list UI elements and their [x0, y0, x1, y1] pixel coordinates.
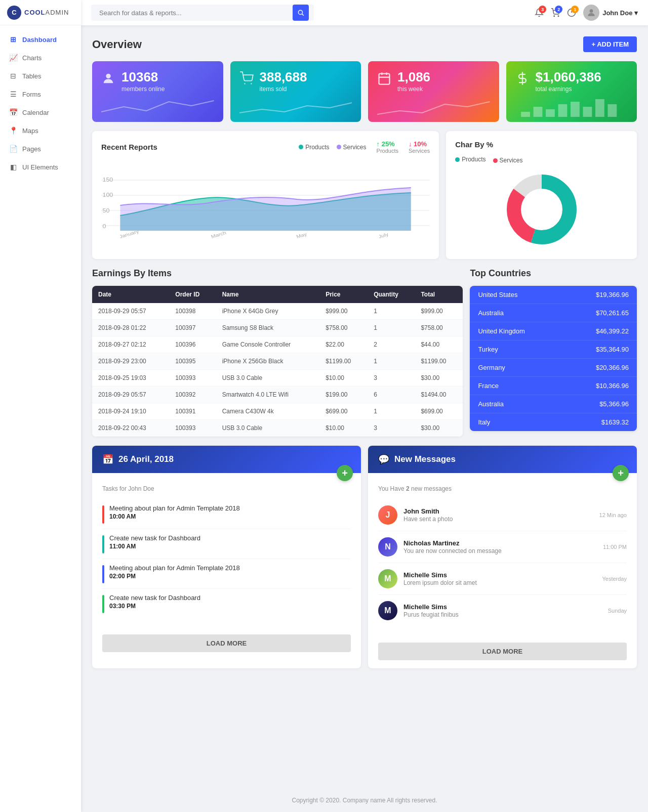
cell-total: $30.00 [415, 370, 463, 387]
bottom-row: 📅 26 April, 2018 + Tasks for John Doe Me… [92, 446, 637, 668]
sidebar-item-calendar[interactable]: 📅 Calendar [0, 103, 81, 121]
earnings-title: Earnings By Items [92, 268, 463, 279]
stat-card-members: 10368 members online [92, 61, 223, 122]
message-time: Yesterday [602, 576, 627, 582]
add-item-button[interactable]: + ADD ITEM [583, 36, 637, 52]
avatar-image [583, 5, 599, 21]
col-orderid: Order ID [169, 286, 216, 303]
products-stat-label: Products [377, 148, 398, 154]
cell-orderid: 100392 [169, 387, 216, 403]
country-name: United States [478, 291, 517, 298]
stat-label-items: items sold [260, 86, 307, 93]
cart-icon[interactable]: 2 [551, 8, 560, 17]
calendar-fab[interactable]: + [337, 465, 353, 481]
sidebar-item-dashboard[interactable]: ⊞ Dashboard [0, 30, 81, 49]
cell-price: $1199.00 [319, 353, 368, 370]
ui-elements-icon: ◧ [9, 163, 17, 171]
sidebar-item-forms[interactable]: ☰ Forms [0, 85, 81, 103]
message-time: Sunday [608, 608, 627, 614]
cell-date: 2018-09-29 05:57 [92, 303, 169, 320]
stat-cards: 10368 members online 388,68 [92, 61, 637, 122]
cell-name: Game Console Controller [216, 336, 319, 353]
top-countries-section: Top Countries United States $19,366.96Au… [470, 268, 637, 437]
svg-rect-18 [546, 109, 555, 117]
sidebar-item-charts[interactable]: 📈 Charts [0, 49, 81, 67]
dashboard-icon: ⊞ [9, 35, 17, 44]
sidebar-item-maps[interactable]: 📍 Maps [0, 121, 81, 140]
svg-text:July: July [378, 232, 390, 239]
cell-date: 2018-09-22 00:43 [92, 420, 169, 437]
task-info: Meeting about plan for Admin Template 20… [109, 564, 240, 580]
cell-qty: 1 [368, 303, 415, 320]
cell-qty: 2 [368, 336, 415, 353]
cell-qty: 1 [368, 320, 415, 336]
earnings-row: Earnings By Items Date Order ID Name Pri… [92, 268, 637, 437]
svg-rect-22 [595, 99, 604, 117]
task-item: Meeting about plan for Admin Template 20… [102, 559, 351, 589]
message-item[interactable]: N Nicholas Martinez You are now connecte… [378, 531, 627, 563]
message-item[interactable]: M Michelle Sims Lorem ipsum dolor sit am… [378, 563, 627, 595]
calendar-load-more[interactable]: LOAD MORE [102, 634, 351, 652]
earnings-table: Date Order ID Name Price Quantity Total … [92, 286, 463, 437]
logo: C COOLADMIN [0, 0, 81, 25]
user-avatar[interactable]: John Doe ▾ [583, 5, 638, 21]
cart-stat-icon [239, 71, 254, 89]
stat-chart-members [101, 97, 214, 117]
cell-date: 2018-09-29 05:57 [92, 387, 169, 403]
task-item: Create new task for Dashboard 03:30 PM [102, 589, 351, 618]
message-time: 12 Min ago [599, 512, 627, 518]
stat-chart-items [239, 97, 352, 117]
sidebar-item-tables[interactable]: ⊟ Tables [0, 67, 81, 85]
sidebar-item-pages[interactable]: 📄 Pages [0, 140, 81, 158]
country-row: United States $19,366.96 [470, 286, 637, 304]
main-wrap: 3 2 1 John Doe ▾ Overview + ADD ITEM [81, 0, 648, 812]
alert-icon[interactable]: 1 [567, 8, 576, 17]
chart-header: Recent Reports Products Services [101, 140, 430, 154]
message-item[interactable]: J John Smith Have sent a photo 12 Min ag… [378, 499, 627, 531]
country-value: $5,366.96 [599, 400, 629, 408]
table-row: 2018-09-29 05:57 100392 Smartwatch 4.0 L… [92, 387, 463, 403]
messages-fab[interactable]: + [613, 465, 629, 481]
services-stat-label: Services [409, 148, 430, 154]
col-total: Total [415, 286, 463, 303]
logo-text: COOLADMIN [24, 9, 69, 16]
messages-load-more[interactable]: LOAD MORE [378, 643, 627, 660]
cell-price: $699.00 [319, 403, 368, 420]
country-name: Germany [478, 364, 505, 371]
svg-rect-19 [558, 104, 567, 117]
svg-text:100: 100 [102, 192, 113, 198]
chart-legend: Products Services [299, 144, 366, 151]
cell-date: 2018-09-28 01:22 [92, 320, 169, 336]
dollar-stat-icon [515, 71, 530, 89]
svg-point-2 [554, 16, 555, 17]
cell-date: 2018-09-29 23:00 [92, 353, 169, 370]
calendar-stat-icon [377, 71, 391, 89]
message-item[interactable]: M Michelle Sims Purus feugiat finibus Su… [378, 595, 627, 626]
svg-rect-21 [583, 107, 592, 117]
cell-total: $30.00 [415, 420, 463, 437]
cell-name: iPhone X 256Gb Black [216, 353, 319, 370]
charts-icon: 📈 [9, 54, 17, 62]
legend-services: Services [337, 144, 367, 151]
task-indicator [102, 535, 104, 553]
search-input[interactable] [96, 6, 293, 20]
cell-name: Samsung S8 Black [216, 320, 319, 336]
stat-label-earnings: total earnings [536, 86, 601, 93]
cell-total: $1494.00 [415, 387, 463, 403]
sidebar-item-ui-elements[interactable]: ◧ UI Elements [0, 158, 81, 176]
cell-price: $22.00 [319, 336, 368, 353]
notification-bell-icon[interactable]: 3 [535, 8, 544, 17]
search-button[interactable] [293, 5, 309, 21]
maps-icon: 📍 [9, 126, 17, 135]
overview-header: Overview + ADD ITEM [92, 36, 637, 52]
cell-name: USB 3.0 Cable [216, 420, 319, 437]
message-time: 11:00 PM [603, 544, 627, 550]
svg-line-1 [302, 14, 304, 16]
sidebar-item-label: Maps [22, 127, 38, 135]
members-icon [101, 71, 115, 89]
country-name: Italy [478, 418, 490, 426]
svg-point-8 [106, 74, 110, 78]
svg-text:March: March [210, 230, 227, 239]
table-row: 2018-09-29 05:57 100398 iPhone X 64Gb Gr… [92, 303, 463, 320]
cell-date: 2018-09-24 19:10 [92, 403, 169, 420]
